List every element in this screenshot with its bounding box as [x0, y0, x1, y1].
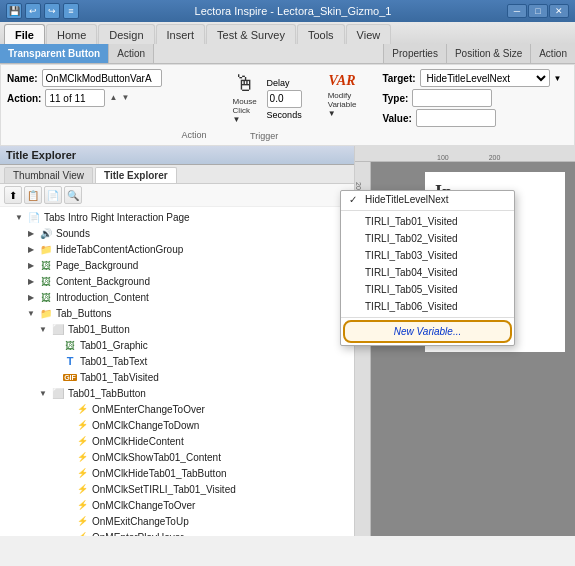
toolbar-btn-3[interactable]: 📄 [44, 186, 62, 204]
close-btn[interactable]: ✕ [549, 4, 569, 18]
toolbar-btn-2[interactable]: 📋 [24, 186, 42, 204]
tree-item-3[interactable]: ▶ 📁 HideTabContentActionGroup [0, 241, 354, 257]
label-9: Tab01_Graphic [80, 340, 148, 351]
toggle-4[interactable]: ▶ [24, 258, 38, 272]
panel-tab-transparent-button[interactable]: Transparent Button [0, 44, 109, 63]
tree-item-2[interactable]: ▶ 🔊 Sounds [0, 225, 354, 241]
tree-item-12[interactable]: ▼ ⬜ Tab01_TabButton [0, 385, 354, 401]
mouse-click-btn[interactable]: 🖱 MouseClick ▼ [227, 69, 263, 128]
icon-action-15: ⚡ [74, 434, 90, 448]
target-dropdown: HideTitleLevelNext TIRLI_Tab01_Visited T… [340, 190, 515, 346]
tree-item-8[interactable]: ▼ ⬜ Tab01_Button [0, 321, 354, 337]
icon-action-17: ⚡ [74, 466, 90, 480]
tree-item-21[interactable]: ⚡ OnMEnterPlayHover [0, 529, 354, 536]
type-label: Type: [382, 93, 408, 104]
dropdown-item-4[interactable]: TIRLI_Tab04_Visited [341, 264, 514, 281]
panel-tab-action2[interactable]: Action [531, 44, 575, 63]
tree-item-11[interactable]: GIF Tab01_TabVisited [0, 369, 354, 385]
tree-item-6[interactable]: ▶ 🖼 Introduction_Content [0, 289, 354, 305]
modify-variable-label: ModifyVariable ▼ [328, 91, 357, 118]
delay-unit: Seconds [267, 110, 302, 120]
panel-tab-action[interactable]: Action [109, 44, 154, 63]
dropdown-item-3[interactable]: TIRLI_Tab03_Visited [341, 247, 514, 264]
trigger-group: 🖱 MouseClick ▼ Delay Seconds Trigger [227, 69, 302, 141]
toggle-1[interactable]: ▼ [12, 210, 26, 224]
target-dropdown-arrow[interactable]: ▼ [554, 74, 562, 83]
label-7: Tab_Buttons [56, 308, 112, 319]
delay-unit-row: Seconds [267, 110, 302, 120]
save-icon[interactable]: 💾 [6, 3, 22, 19]
tree-item-18[interactable]: ⚡ OnMClkSetTIRLI_Tab01_Visited [0, 481, 354, 497]
dropdown-item-5[interactable]: TIRLI_Tab05_Visited [341, 281, 514, 298]
toolbar-btn-1[interactable]: ⬆ [4, 186, 22, 204]
value-input[interactable] [416, 109, 496, 127]
tree-item-17[interactable]: ⚡ OnMClkHideTab01_TabButton [0, 465, 354, 481]
tree-item-9[interactable]: 🖼 Tab01_Graphic [0, 337, 354, 353]
type-input[interactable] [412, 89, 492, 107]
icon-img-4: 🖼 [38, 258, 54, 272]
delay-input[interactable] [267, 90, 302, 108]
type-row: Type: [382, 89, 561, 107]
tab-design[interactable]: Design [98, 24, 154, 44]
title-bar: 💾 ↩ ↪ ≡ Lectora Inspire - Lectora_Skin_G… [0, 0, 575, 22]
toggle-3[interactable]: ▶ [24, 242, 38, 256]
icon-action-16: ⚡ [74, 450, 90, 464]
tab-file[interactable]: File [4, 24, 45, 44]
tab-home[interactable]: Home [46, 24, 97, 44]
dropdown-item-1[interactable]: TIRLI_Tab01_Visited [341, 213, 514, 230]
tree-item-13[interactable]: ⚡ OnMEnterChangeToOver [0, 401, 354, 417]
action-up-btn[interactable]: ▲ [109, 94, 117, 102]
action-input[interactable] [45, 89, 105, 107]
toggle-8[interactable]: ▼ [36, 322, 50, 336]
tree-item-14[interactable]: ⚡ OnMClkChangeToDown [0, 417, 354, 433]
tree-item-15[interactable]: ⚡ OnMClkHideContent [0, 433, 354, 449]
icon-btn-8: ⬜ [50, 322, 66, 336]
toggle-7[interactable]: ▼ [24, 306, 38, 320]
tree-item-16[interactable]: ⚡ OnMClkShowTab01_Content [0, 449, 354, 465]
dropdown-item-2[interactable]: TIRLI_Tab02_Visited [341, 230, 514, 247]
dropdown-item-6[interactable]: TIRLI_Tab06_Visited [341, 298, 514, 315]
toggle-2[interactable]: ▶ [24, 226, 38, 240]
panel-tab-position-size[interactable]: Position & Size [447, 44, 531, 63]
panel-tab-properties[interactable]: Properties [383, 44, 447, 63]
tab-view[interactable]: View [346, 24, 392, 44]
tree-item-20[interactable]: ⚡ OnMExitChangeToUp [0, 513, 354, 529]
redo-icon[interactable]: ↪ [44, 3, 60, 19]
toggle-5[interactable]: ▶ [24, 274, 38, 288]
sidebar-tab-thumbnail[interactable]: Thumbnail View [4, 167, 93, 183]
toggle-6[interactable]: ▶ [24, 290, 38, 304]
tree-item-4[interactable]: ▶ 🖼 Page_Background [0, 257, 354, 273]
action-down-btn[interactable]: ▼ [121, 94, 129, 102]
new-variable-btn[interactable]: New Variable... [343, 320, 512, 343]
icon-action-21: ⚡ [74, 530, 90, 536]
label-2: Sounds [56, 228, 90, 239]
tree-item-7[interactable]: ▼ 📁 Tab_Buttons [0, 305, 354, 321]
menu-icon[interactable]: ≡ [63, 3, 79, 19]
toggle-17 [60, 466, 74, 480]
tree-item-19[interactable]: ⚡ OnMClkChangeToOver [0, 497, 354, 513]
tab-insert[interactable]: Insert [156, 24, 206, 44]
modify-variable-btn[interactable]: VAR ModifyVariable ▼ [322, 69, 363, 122]
dropdown-item-0[interactable]: HideTitleLevelNext [341, 191, 514, 208]
label-14: OnMClkChangeToDown [92, 420, 199, 431]
tree-item-1[interactable]: ▼ 📄 Tabs Intro Right Interaction Page [0, 209, 354, 225]
dropdown-divider-2 [341, 317, 514, 318]
sidebar-title: Title Explorer [6, 149, 76, 161]
target-select[interactable]: HideTitleLevelNext TIRLI_Tab01_Visited T… [420, 69, 550, 87]
undo-icon[interactable]: ↩ [25, 3, 41, 19]
name-input[interactable] [42, 69, 162, 87]
toolbar-btn-4[interactable]: 🔍 [64, 186, 82, 204]
maximize-btn[interactable]: □ [528, 4, 548, 18]
ribbon-action-section: Name: Action: ▲ ▼ Action 🖱 MouseClick ▼ … [0, 64, 575, 146]
minimize-btn[interactable]: ─ [507, 4, 527, 18]
tree-item-10[interactable]: T Tab01_TabText [0, 353, 354, 369]
toggle-12[interactable]: ▼ [36, 386, 50, 400]
icon-visited-11: GIF [62, 370, 78, 384]
tree-item-5[interactable]: ▶ 🖼 Content_Background [0, 273, 354, 289]
sidebar-tab-title-explorer[interactable]: Title Explorer [95, 167, 177, 183]
label-20: OnMExitChangeToUp [92, 516, 189, 527]
icon-sound: 🔊 [38, 226, 54, 240]
tab-tools[interactable]: Tools [297, 24, 345, 44]
label-13: OnMEnterChangeToOver [92, 404, 205, 415]
tab-test-survey[interactable]: Test & Survey [206, 24, 296, 44]
